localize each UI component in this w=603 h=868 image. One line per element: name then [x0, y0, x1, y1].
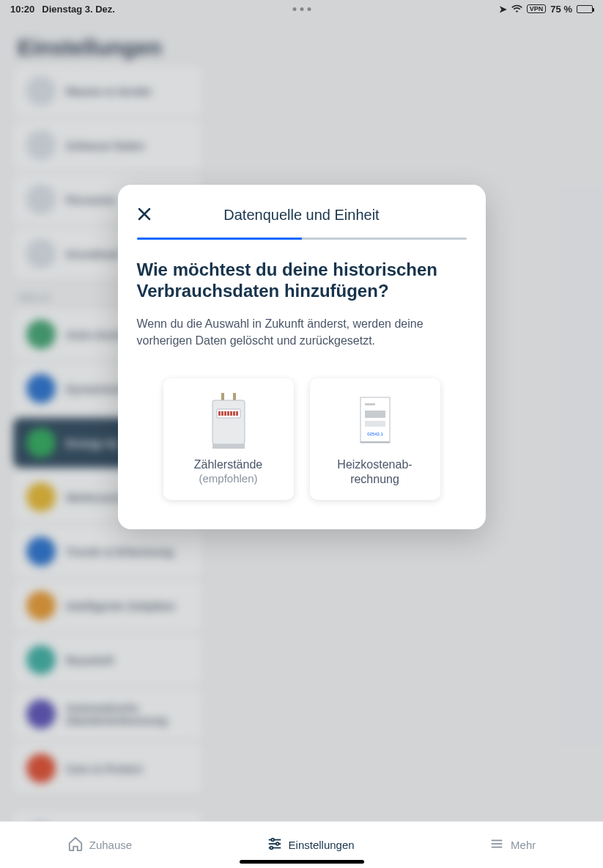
option-meter-label: Zählerstände: [172, 457, 285, 472]
svg-rect-5: [221, 411, 223, 416]
modal-heading: Wie möchtest du deine historischen Verbr…: [137, 259, 467, 302]
svg-rect-0: [221, 393, 224, 400]
svg-rect-10: [236, 411, 238, 416]
data-source-modal: Datenquelle und Einheit Wie möchtest du …: [118, 185, 486, 529]
svg-rect-4: [218, 411, 221, 416]
svg-rect-2: [212, 400, 245, 444]
svg-text:02542,1: 02542,1: [367, 432, 383, 436]
svg-rect-9: [233, 411, 235, 416]
option-meter-sub: (empfohlen): [172, 472, 285, 485]
tab-settings[interactable]: Einstellungen: [267, 836, 355, 854]
svg-rect-11: [212, 444, 245, 449]
modal-title: Datenquelle und Einheit: [118, 207, 486, 224]
svg-rect-8: [230, 411, 232, 416]
tab-more[interactable]: Mehr: [489, 836, 536, 854]
tab-home[interactable]: Zuhause: [67, 836, 132, 854]
document-icon: 02542,1: [319, 393, 432, 450]
svg-rect-17: [360, 441, 390, 443]
option-heating-bill[interactable]: 02542,1 Heizkostenab- rechnung: [310, 378, 440, 500]
option-meter-readings[interactable]: Zählerstände (empfohlen): [163, 378, 294, 500]
meter-icon: [172, 393, 285, 450]
option-bill-label: Heizkostenab- rechnung: [319, 457, 432, 487]
svg-rect-7: [227, 411, 229, 416]
modal-subtext: Wenn du die Auswahl in Zukunft änderst, …: [137, 315, 467, 349]
home-indicator[interactable]: [240, 860, 364, 864]
svg-rect-6: [224, 411, 226, 416]
svg-point-23: [270, 847, 273, 850]
svg-rect-1: [233, 393, 236, 400]
sliders-icon: [267, 836, 283, 854]
menu-icon: [489, 836, 505, 854]
home-icon: [67, 836, 84, 854]
svg-point-19: [271, 839, 274, 842]
svg-rect-15: [365, 421, 385, 427]
svg-rect-14: [365, 411, 385, 418]
svg-rect-13: [365, 403, 375, 405]
svg-point-21: [275, 842, 278, 845]
close-icon[interactable]: [137, 205, 152, 224]
